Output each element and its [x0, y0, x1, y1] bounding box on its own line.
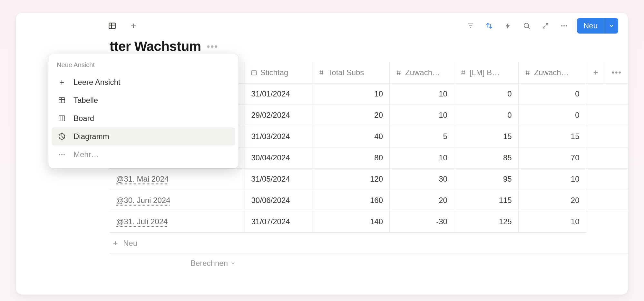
view-option-plus[interactable]: Leere Ansicht — [52, 73, 235, 91]
cell[interactable]: 10 — [389, 105, 454, 126]
cell[interactable]: 30/06/2024 — [245, 190, 312, 211]
cell[interactable] — [586, 147, 605, 168]
cell[interactable]: @31. Juli 2024 — [110, 211, 245, 232]
cell[interactable]: 10 — [312, 83, 390, 105]
filter-icon[interactable] — [465, 20, 476, 32]
table-row[interactable]: @31. Juli 202431/07/2024140-3012510 — [110, 211, 628, 232]
cell[interactable]: 0 — [454, 105, 518, 126]
cell[interactable]: @30. Juni 2024 — [110, 190, 245, 211]
column-header-lm_b[interactable]: [LM] B… — [454, 62, 518, 83]
page-title[interactable]: tter Wachstum — [110, 39, 201, 54]
cell[interactable]: 80 — [312, 147, 390, 168]
cell[interactable]: 31/07/2024 — [245, 211, 312, 232]
chevron-down-icon — [230, 261, 236, 266]
cell[interactable]: 20 — [518, 190, 586, 211]
calc-cell — [518, 254, 586, 273]
cell[interactable]: 30/04/2024 — [245, 147, 312, 168]
cell[interactable] — [605, 147, 628, 168]
cell[interactable]: 0 — [518, 83, 586, 105]
cell[interactable]: 0 — [518, 105, 586, 126]
cell[interactable]: 20 — [389, 190, 454, 211]
cell[interactable]: 85 — [454, 147, 518, 168]
cell[interactable]: 29/02/2024 — [245, 105, 312, 126]
column-label: [LM] B… — [470, 68, 500, 77]
hash-icon — [318, 69, 325, 76]
view-option-table[interactable]: Tabelle — [52, 91, 235, 109]
cell[interactable]: 15 — [454, 126, 518, 147]
hash-icon — [524, 69, 531, 76]
add-row-button[interactable]: +Neu — [110, 232, 628, 254]
cell[interactable]: 31/03/2024 — [245, 126, 312, 147]
calc-cell — [454, 254, 518, 273]
cell[interactable]: 120 — [312, 168, 390, 190]
cell[interactable]: 125 — [454, 211, 518, 232]
cell[interactable]: 140 — [312, 211, 390, 232]
cell[interactable]: 0 — [454, 83, 518, 105]
svg-line-24 — [399, 70, 400, 75]
add-view-icon[interactable] — [128, 20, 139, 32]
cell[interactable]: 160 — [312, 190, 390, 211]
svg-point-44 — [63, 154, 65, 155]
calc-cell — [312, 254, 390, 273]
cell[interactable]: 10 — [389, 147, 454, 168]
svg-point-8 — [524, 23, 529, 28]
cell[interactable]: 70 — [518, 147, 586, 168]
cell[interactable] — [586, 126, 605, 147]
cell[interactable] — [586, 190, 605, 211]
cell[interactable]: 15 — [518, 126, 586, 147]
svg-line-28 — [464, 70, 464, 75]
add-column-button[interactable]: + — [586, 62, 605, 83]
chart-icon — [57, 133, 66, 140]
cell[interactable] — [605, 168, 628, 190]
column-more-button[interactable]: ••• — [605, 62, 628, 83]
cell[interactable]: 95 — [454, 168, 518, 190]
new-view-popover: Neue Ansicht Leere AnsichtTabelleBoardDi… — [48, 54, 239, 168]
cell[interactable]: 40 — [312, 126, 390, 147]
cell[interactable]: 30 — [389, 168, 454, 190]
cell[interactable] — [586, 105, 605, 126]
view-option-label: Tabelle — [73, 96, 98, 105]
automation-icon[interactable] — [502, 20, 514, 32]
view-option-board[interactable]: Board — [52, 109, 235, 127]
cell[interactable]: 5 — [389, 126, 454, 147]
cell[interactable] — [605, 126, 628, 147]
column-label: Zuwach… — [534, 68, 569, 77]
title-more-icon[interactable]: ••• — [207, 41, 218, 52]
cell[interactable]: 20 — [312, 105, 390, 126]
cell[interactable]: 115 — [454, 190, 518, 211]
new-button-caret-icon[interactable] — [604, 18, 618, 34]
table-view-tab-icon[interactable] — [106, 20, 118, 32]
cell[interactable] — [586, 211, 605, 232]
cell[interactable] — [586, 168, 605, 190]
cell[interactable] — [605, 211, 628, 232]
sort-icon[interactable] — [483, 20, 495, 32]
cell[interactable]: @31. Mai 2024 — [110, 168, 245, 190]
view-option-chart[interactable]: Diagramm — [52, 127, 235, 145]
new-button[interactable]: Neu — [577, 18, 618, 34]
more-icon[interactable] — [558, 20, 570, 32]
column-header-totalsubs[interactable]: Total Subs — [312, 62, 390, 83]
column-header-stichtag[interactable]: Stichtag — [245, 62, 312, 83]
cell[interactable] — [605, 105, 628, 126]
svg-line-9 — [528, 27, 530, 29]
table-row[interactable]: @31. Mai 202431/05/2024120309510 — [110, 168, 628, 190]
cell[interactable]: 10 — [518, 168, 586, 190]
cell[interactable]: 10 — [518, 211, 586, 232]
calculate-button[interactable]: Berechnen — [110, 254, 245, 273]
cell[interactable]: 31/01/2024 — [245, 83, 312, 105]
cell[interactable]: 31/05/2024 — [245, 168, 312, 190]
cell[interactable]: -30 — [389, 211, 454, 232]
board-icon — [57, 115, 66, 122]
table-row[interactable]: @30. Juni 202430/06/20241602011520 — [110, 190, 628, 211]
cell[interactable]: 10 — [389, 83, 454, 105]
search-icon[interactable] — [521, 20, 532, 32]
column-header-zuwachs1[interactable]: Zuwach… — [389, 62, 454, 83]
cell[interactable] — [605, 190, 628, 211]
svg-rect-13 — [251, 71, 256, 75]
view-option-dots[interactable]: Mehr… — [52, 145, 235, 164]
cell[interactable] — [586, 83, 605, 105]
add-row-label: Neu — [123, 239, 137, 247]
expand-icon[interactable] — [540, 20, 551, 32]
cell[interactable] — [605, 83, 628, 105]
column-header-zuwachs2[interactable]: Zuwach… — [518, 62, 586, 83]
